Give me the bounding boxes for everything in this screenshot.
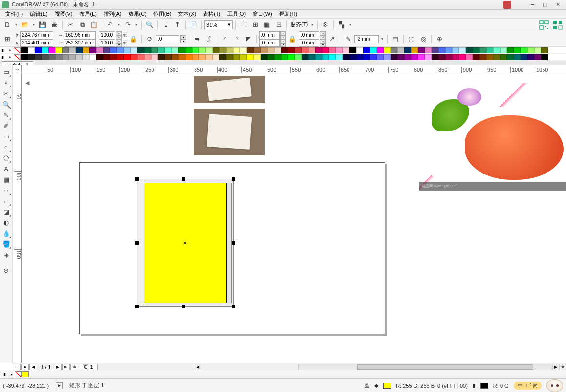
handle-bl[interactable] bbox=[135, 305, 139, 308]
menu-布局l[interactable]: 布局(L) bbox=[76, 10, 100, 18]
palette1-swatch-ext-60[interactable] bbox=[411, 47, 418, 53]
palette-1-picker-icon[interactable]: ◧ bbox=[0, 48, 7, 53]
palette2-swatch-41[interactable] bbox=[302, 54, 308, 60]
palette2-swatch-11[interactable] bbox=[96, 54, 103, 60]
palette1-swatch-ext-57[interactable] bbox=[391, 47, 397, 53]
palette1-swatch-22[interactable] bbox=[172, 47, 178, 53]
minimize-button[interactable]: ━ bbox=[526, 0, 539, 9]
palette2-swatch-74[interactable] bbox=[527, 54, 534, 60]
palette2-swatch-ext-79[interactable] bbox=[541, 54, 548, 60]
mini-color-yellow[interactable] bbox=[22, 371, 29, 377]
hscroll-right[interactable]: ▶ bbox=[552, 364, 559, 370]
palette1-swatch-37[interactable] bbox=[274, 47, 281, 53]
palette2-swatch-0[interactable] bbox=[21, 54, 28, 60]
palette1-swatch-ext-69[interactable] bbox=[473, 47, 479, 53]
handle-ml[interactable] bbox=[135, 241, 139, 245]
close-button[interactable]: ✕ bbox=[551, 0, 564, 9]
crop-tool[interactable]: ✂◢ bbox=[1, 88, 12, 99]
palette2-swatch-59[interactable] bbox=[425, 54, 432, 60]
zoom-level-input[interactable]: 31%▾ bbox=[204, 20, 233, 29]
palette2-swatch-65[interactable] bbox=[466, 54, 473, 60]
palette2-swatch-60[interactable] bbox=[432, 54, 438, 60]
palette1-swatch-44[interactable] bbox=[322, 47, 329, 53]
palette2-swatch-21[interactable] bbox=[165, 54, 172, 60]
palette2-swatch-52[interactable] bbox=[377, 54, 384, 60]
palette1-swatch-ext-66[interactable] bbox=[452, 47, 459, 53]
palette2-swatch-40[interactable] bbox=[295, 54, 302, 60]
nudge-left-icon[interactable]: ◀ bbox=[22, 77, 32, 88]
palette2-swatch-73[interactable] bbox=[521, 54, 527, 60]
palette1-swatch-10[interactable] bbox=[89, 47, 96, 53]
palette2-swatch-43[interactable] bbox=[315, 54, 322, 60]
palette1-swatch-ext-68[interactable] bbox=[466, 47, 473, 53]
palette1-swatch-ext-73[interactable] bbox=[500, 47, 507, 53]
corner-br-spin[interactable]: ▴▾ bbox=[320, 39, 326, 47]
palette-2-picker-icon[interactable]: ◧ bbox=[0, 55, 7, 60]
launcher-dropdown[interactable]: ▾ bbox=[348, 22, 353, 27]
palette2-swatch-4[interactable] bbox=[48, 54, 55, 60]
palette1-swatch-ext-51[interactable] bbox=[349, 47, 356, 53]
palette1-swatch-ext-58[interactable] bbox=[397, 47, 404, 53]
menu-编辑e[interactable]: 编辑(E) bbox=[26, 10, 51, 18]
palette1-swatch-ext-79[interactable] bbox=[541, 47, 548, 53]
handle-tm[interactable] bbox=[182, 177, 185, 181]
palette1-swatch-25[interactable] bbox=[192, 47, 199, 53]
palette2-swatch-57[interactable] bbox=[411, 54, 418, 60]
palette2-swatch-35[interactable] bbox=[261, 54, 267, 60]
corner-tl-input[interactable]: .0 mm bbox=[259, 31, 280, 39]
scallop-corner-button[interactable]: ◝ bbox=[231, 34, 242, 44]
palette2-swatch-12[interactable] bbox=[103, 54, 110, 60]
publish-pdf-button[interactable]: 📄 bbox=[188, 20, 199, 30]
transparency-tool[interactable]: ◐ bbox=[1, 217, 12, 228]
palette1-swatch-ext-77[interactable] bbox=[527, 47, 534, 53]
page-add-button[interactable]: ⊕ bbox=[13, 364, 21, 370]
page-add-after-button[interactable]: ⊕ bbox=[70, 364, 78, 370]
palette-2-left[interactable]: ▸ bbox=[7, 55, 14, 59]
menu-位图b[interactable]: 位图(B) bbox=[150, 10, 175, 18]
palette2-swatch-2[interactable] bbox=[35, 54, 42, 60]
palette1-swatch-ext-59[interactable] bbox=[404, 47, 411, 53]
palette2-swatch-50[interactable] bbox=[363, 54, 370, 60]
open-button[interactable]: 📂 bbox=[20, 20, 30, 30]
palette2-swatch-8[interactable] bbox=[76, 54, 83, 60]
palette1-swatch-ext-76[interactable] bbox=[521, 47, 527, 53]
palette1-swatch-14[interactable] bbox=[117, 47, 124, 53]
redo-dropdown[interactable]: ▾ bbox=[134, 22, 139, 27]
corner-bl-spin[interactable]: ▴▾ bbox=[280, 39, 286, 47]
width-input[interactable]: 160.96 mm bbox=[64, 31, 96, 39]
palette1-swatch-ext-67[interactable] bbox=[459, 47, 466, 53]
palette1-swatch-30[interactable] bbox=[226, 47, 233, 53]
cut-button[interactable]: ✂ bbox=[65, 20, 76, 30]
fill-color-chip[interactable] bbox=[383, 383, 391, 389]
palette2-swatch-58[interactable] bbox=[418, 54, 425, 60]
menu-帮助h[interactable]: 帮助(H) bbox=[276, 10, 301, 18]
corner-tr-spin[interactable]: ▴▾ bbox=[320, 31, 326, 39]
show-rulers-button[interactable]: ⊞ bbox=[250, 20, 261, 30]
palette1-swatch-19[interactable] bbox=[151, 47, 158, 53]
mirror-vertical-button[interactable]: ⇵ bbox=[203, 34, 214, 44]
handle-bm[interactable] bbox=[182, 305, 185, 308]
record-macro-button[interactable]: ▶ bbox=[56, 382, 63, 389]
palette2-swatch-9[interactable] bbox=[83, 54, 89, 60]
fullscreen-button[interactable]: ⛶ bbox=[238, 20, 249, 30]
palette1-swatch-7[interactable] bbox=[69, 47, 76, 53]
palette1-swatch-8[interactable] bbox=[76, 47, 83, 53]
palette1-swatch-12[interactable] bbox=[103, 47, 110, 53]
palette2-swatch-44[interactable] bbox=[322, 54, 329, 60]
vertical-ruler[interactable]: 50100150 bbox=[13, 73, 22, 363]
scale-x-spinner[interactable]: ▴▾ bbox=[116, 31, 122, 39]
menu-文件f[interactable]: 文件(F) bbox=[2, 10, 26, 18]
drawing-viewport[interactable]: ◀ 昵图网 www.nipic.com bbox=[22, 73, 566, 363]
mascot-icon[interactable] bbox=[546, 379, 563, 392]
menu-窗口w[interactable]: 窗口(W) bbox=[249, 10, 276, 18]
outline-indicator-icon[interactable]: ▮ bbox=[473, 382, 476, 389]
palette1-swatch-28[interactable] bbox=[213, 47, 219, 53]
search-button[interactable]: 🔍 bbox=[144, 20, 155, 30]
pick-tool[interactable]: ▭◢ bbox=[1, 66, 12, 77]
palette1-swatch-26[interactable] bbox=[199, 47, 206, 53]
palette1-swatch-5[interactable] bbox=[55, 47, 62, 53]
wrap-text-button[interactable]: ▤ bbox=[390, 34, 401, 44]
palette2-swatch-23[interactable] bbox=[178, 54, 185, 60]
menu-视图v[interactable]: 视图(V) bbox=[51, 10, 76, 18]
palette2-swatch-51[interactable] bbox=[370, 54, 377, 60]
